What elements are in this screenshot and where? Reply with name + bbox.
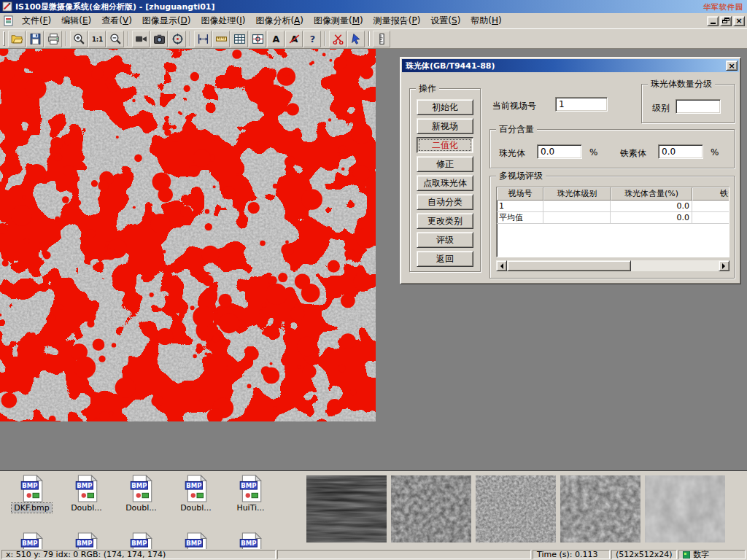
mdi-minimize-button[interactable] — [707, 16, 719, 26]
file-name: HuiTi... — [234, 503, 266, 513]
workspace: 珠光体(GB/T9441-88) × 操作 初始化新视场二值化修正点取珠光体自动… — [0, 49, 747, 470]
bmp-file-icon: BMP — [74, 532, 99, 549]
menu-item-1[interactable]: 编辑(E) — [56, 12, 96, 29]
menu-item-8[interactable]: 设置(S) — [425, 12, 465, 29]
pointer-button[interactable] — [347, 31, 365, 47]
caliper-icon — [197, 33, 209, 45]
file-item[interactable]: BMPDoubl... — [59, 475, 114, 513]
table-cell: 平均值 — [497, 212, 543, 224]
dialog-title-bar[interactable]: 珠光体(GB/T9441-88) × — [402, 59, 739, 72]
file-item-partial[interactable]: BMP — [114, 532, 169, 549]
op-button-7[interactable]: 评级 — [417, 232, 473, 248]
file-item[interactable]: BMPDoubl... — [114, 475, 169, 513]
text-icon: A — [270, 33, 282, 45]
thumbnail-3[interactable] — [476, 475, 556, 542]
file-item[interactable]: BMPHuiTi... — [223, 475, 278, 513]
scroll-left-button[interactable] — [496, 260, 507, 271]
scroll-thumb[interactable] — [507, 260, 631, 271]
ferrite-percent-input[interactable]: 0.0 — [658, 144, 703, 159]
thumbnail-2[interactable] — [391, 475, 471, 542]
cut-icon — [332, 33, 344, 45]
file-item-partial[interactable]: BMP — [59, 532, 114, 549]
file-item-partial[interactable]: BMP — [4, 532, 59, 549]
grid-icon — [233, 33, 246, 45]
bmp-file-icon: BMP — [20, 532, 44, 549]
mdi-close-button[interactable]: × — [733, 16, 745, 26]
dialog-close-button[interactable]: × — [726, 61, 738, 71]
mdi-restore-button[interactable] — [720, 16, 732, 26]
grid-cross-button[interactable] — [249, 31, 266, 47]
text-button[interactable]: A — [267, 31, 285, 47]
current-field-input[interactable]: 1 — [555, 97, 608, 112]
file-item[interactable]: BMPDoubl... — [169, 475, 223, 513]
thumbnail-1[interactable] — [306, 475, 387, 542]
scroll-track[interactable] — [507, 260, 719, 271]
file-item[interactable]: BMPDKF.bmp — [4, 475, 59, 513]
table-cell — [692, 212, 729, 224]
svg-text:A: A — [272, 34, 279, 44]
caliper-button[interactable] — [194, 31, 212, 47]
grid-button[interactable] — [231, 31, 248, 47]
menu-item-3[interactable]: 图像显示(D) — [137, 12, 196, 29]
digital-mode-icon — [683, 551, 690, 559]
column-header-3: 铁素体含量(%) — [692, 187, 729, 201]
menu-item-2[interactable]: 查看(V) — [96, 12, 137, 29]
current-field-value: 1 — [559, 99, 565, 109]
application-window: IS100显微摄像系统(金相分析版) - [zhuguangti01] 华军软件… — [0, 0, 747, 560]
file-item-partial[interactable]: BMP — [223, 532, 278, 549]
file-name: DKF.bmp — [12, 503, 51, 513]
menu-item-0[interactable]: 文件(F) — [17, 12, 56, 29]
menu-item-5[interactable]: 图像分析(A) — [250, 12, 309, 29]
thumbnail-4[interactable] — [560, 475, 640, 542]
table-hscrollbar[interactable] — [496, 260, 729, 271]
camera-button[interactable] — [150, 31, 168, 47]
help-icon: ? — [306, 33, 319, 45]
menu-item-7[interactable]: 测量报告(P) — [368, 12, 426, 29]
op-button-6[interactable]: 更改类别 — [417, 213, 473, 229]
op-button-2[interactable]: 二值化 — [417, 137, 473, 153]
pointer-icon — [350, 33, 363, 45]
status-time: Time (s): 0.113 — [533, 550, 610, 559]
pearlite-label: 珠光体 — [499, 147, 525, 160]
print-icon — [47, 33, 60, 45]
level-input[interactable] — [676, 99, 721, 114]
menu-item-9[interactable]: 帮助(H) — [465, 12, 506, 29]
table-row[interactable]: 10.0 — [497, 201, 729, 212]
op-button-3[interactable]: 修正 — [417, 156, 473, 172]
scroll-right-button[interactable] — [719, 260, 729, 271]
op-button-8[interactable]: 返回 — [417, 251, 473, 267]
app-icon — [2, 1, 12, 12]
print-button[interactable] — [44, 31, 62, 47]
menu-item-4[interactable]: 图像处理(I) — [196, 12, 250, 29]
camera-icon — [153, 33, 166, 45]
multifield-group: 多视场评级 视场号珠光体级别珠光体含量(%)铁素体含量(%) 10.0平均值0.… — [489, 176, 735, 279]
op-button-5[interactable]: 自动分类 — [417, 194, 473, 210]
pearlite-percent-value: 0.0 — [541, 147, 554, 157]
zoom-in-button[interactable] — [70, 31, 88, 47]
save-button[interactable] — [26, 31, 44, 47]
op-button-1[interactable]: 新视场 — [417, 118, 473, 134]
table-row[interactable]: 平均值0.0 — [497, 212, 729, 224]
text-off-button[interactable]: A — [285, 31, 303, 47]
menu-item-6[interactable]: 图像测量(M) — [309, 12, 368, 29]
one-to-one-button[interactable]: 1:1 — [88, 31, 106, 47]
multifield-table[interactable]: 视场号珠光体级别珠光体含量(%)铁素体含量(%) 10.0平均值0.0 — [496, 187, 729, 257]
table-cell: 0.0 — [611, 212, 692, 224]
ruler-v-button[interactable] — [373, 31, 390, 47]
ruler-button[interactable] — [212, 31, 230, 47]
file-item-partial[interactable]: BMP — [169, 532, 223, 549]
thumbnail-5[interactable] — [645, 475, 725, 542]
zoom-out-button[interactable] — [107, 31, 124, 47]
cursor-info: x: 510 y: 79 idx: 0 RGB: (174, 174, 174) — [1, 550, 276, 559]
capture-button[interactable] — [169, 31, 186, 47]
metallographic-image[interactable] — [0, 49, 376, 421]
open-button[interactable] — [8, 31, 26, 47]
toolbar-grip[interactable] — [3, 31, 5, 46]
video-button[interactable] — [132, 31, 150, 47]
help-button[interactable]: ? — [303, 31, 321, 47]
cut-button[interactable] — [329, 31, 347, 47]
op-button-4[interactable]: 点取珠光体 — [417, 175, 473, 191]
column-header-2: 珠光体含量(%) — [611, 187, 692, 201]
op-button-0[interactable]: 初始化 — [417, 99, 473, 115]
pearlite-percent-input[interactable]: 0.0 — [537, 144, 582, 159]
